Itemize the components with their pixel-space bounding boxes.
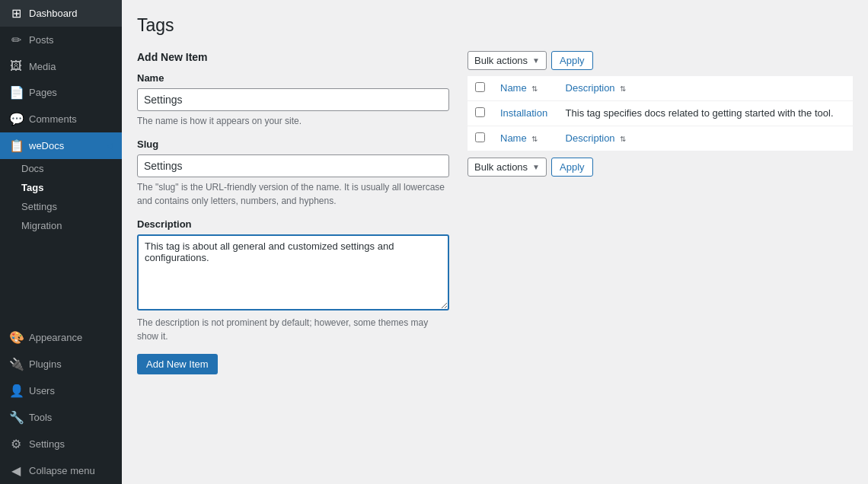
description-label: Description — [137, 218, 449, 230]
settings-icon: ⚙ — [9, 437, 23, 451]
sidebar-item-label: Settings — [29, 438, 65, 450]
name-hint: The name is how it appears on your site. — [137, 114, 449, 128]
table-bottom-actions: Bulk actions ▼ Apply — [468, 158, 853, 177]
description-column-label: Description — [566, 82, 615, 94]
comments-icon: 💬 — [9, 112, 23, 126]
slug-hint: The "slug" is the URL-friendly version o… — [137, 180, 449, 208]
sidebar-item-label: Tools — [29, 412, 52, 423]
sidebar-item-label: weDocs — [29, 140, 64, 151]
description-field-group: Description This tag is about all genera… — [137, 218, 449, 343]
footer-description-sort-icon: ⇅ — [620, 135, 626, 143]
collapse-icon: ◀ — [9, 463, 23, 478]
sidebar-item-label: Users — [29, 385, 55, 396]
sidebar-item-label: Comments — [29, 113, 77, 125]
main-content: Tags Add New Item Name The name is how i… — [122, 0, 868, 484]
footer-name-sort-icon: ⇅ — [531, 135, 538, 143]
row-name-cell: Installation — [493, 101, 558, 126]
sidebar-item-posts[interactable]: ✏ Posts — [0, 27, 122, 53]
table-footer-row: Name ⇅ Description ⇅ — [468, 126, 853, 151]
name-input[interactable] — [137, 88, 449, 111]
slug-label: Slug — [137, 139, 449, 150]
sidebar-sub-item-migration[interactable]: Migration — [0, 216, 122, 235]
select-all-header — [468, 76, 493, 101]
sidebar-item-plugins[interactable]: 🔌 Plugins — [0, 351, 122, 377]
sidebar-item-label: Media — [29, 61, 56, 72]
bulk-actions-label-top: Bulk actions — [474, 55, 528, 66]
sidebar-item-label: Posts — [29, 34, 54, 46]
apply-button-bottom[interactable]: Apply — [551, 158, 593, 177]
sidebar-item-label: Collapse menu — [29, 465, 95, 476]
name-sort-icon: ⇅ — [531, 84, 538, 93]
sidebar-item-wedocs[interactable]: 📋 weDocs ◀ — [0, 132, 122, 159]
sidebar-item-label: Appearance — [29, 332, 82, 343]
select-all-checkbox[interactable] — [475, 82, 485, 92]
add-new-item-form: Add New Item Name The name is how it app… — [137, 51, 449, 374]
footer-description-header[interactable]: Description ⇅ — [558, 126, 853, 151]
pages-icon: 📄 — [9, 85, 23, 100]
footer-check-header — [468, 126, 493, 151]
chevron-down-icon-bottom: ▼ — [532, 163, 540, 171]
chevron-down-icon-top: ▼ — [532, 56, 540, 65]
sidebar-sub-item-settings[interactable]: Settings — [0, 197, 122, 216]
sidebar-item-tools[interactable]: 🔧 Tools — [0, 404, 122, 431]
tags-table-panel: Bulk actions ▼ Apply Name ⇅ — [468, 51, 853, 177]
wedocs-arrow-icon: ◀ — [107, 142, 113, 150]
footer-name-header[interactable]: Name ⇅ — [493, 126, 558, 151]
tools-icon: 🔧 — [9, 410, 23, 425]
description-sort-icon: ⇅ — [620, 84, 626, 93]
table-header-row: Name ⇅ Description ⇅ — [468, 76, 853, 101]
bulk-actions-dropdown-top[interactable]: Bulk actions ▼ — [468, 51, 547, 70]
footer-select-all-checkbox[interactable] — [475, 132, 485, 142]
name-column-label: Name — [500, 82, 527, 94]
sidebar-item-appearance[interactable]: 🎨 Appearance — [0, 324, 122, 351]
dashboard-icon: ⊞ — [9, 6, 23, 21]
footer-name-label: Name — [500, 132, 527, 144]
sidebar-sub-item-tags[interactable]: Tags — [0, 178, 122, 197]
row-checkbox[interactable] — [475, 107, 485, 117]
sidebar: ⊞ Dashboard ✏ Posts 🖼 Media 📄 Pages 💬 Co… — [0, 0, 122, 484]
description-hint: The description is not prominent by defa… — [137, 316, 449, 343]
bulk-actions-label-bottom: Bulk actions — [474, 161, 528, 173]
bulk-actions-dropdown-bottom[interactable]: Bulk actions ▼ — [468, 158, 547, 177]
posts-icon: ✏ — [9, 33, 23, 47]
sidebar-item-label: Dashboard — [29, 8, 78, 19]
row-checkbox-cell — [468, 101, 493, 126]
table-top-actions: Bulk actions ▼ Apply — [468, 51, 853, 70]
footer-description-label: Description — [566, 132, 615, 144]
slug-input[interactable] — [137, 154, 449, 177]
sidebar-item-pages[interactable]: 📄 Pages — [0, 79, 122, 106]
form-heading: Add New Item — [137, 51, 449, 63]
tags-table: Name ⇅ Description ⇅ — [468, 76, 853, 151]
slug-field-group: Slug The "slug" is the URL-friendly vers… — [137, 139, 449, 208]
appearance-icon: 🎨 — [9, 330, 23, 345]
sidebar-item-collapse[interactable]: ◀ Collapse menu — [0, 457, 122, 484]
description-column-header[interactable]: Description ⇅ — [558, 76, 853, 101]
name-label: Name — [137, 72, 449, 84]
add-new-item-button[interactable]: Add New Item — [137, 354, 218, 374]
sidebar-item-users[interactable]: 👤 Users — [0, 377, 122, 404]
sidebar-sub-item-docs[interactable]: Docs — [0, 159, 122, 178]
sidebar-item-media[interactable]: 🖼 Media — [0, 53, 122, 79]
sidebar-item-label: Plugins — [29, 358, 62, 370]
row-name-link[interactable]: Installation — [500, 107, 547, 119]
apply-button-top[interactable]: Apply — [551, 51, 593, 70]
wedocs-icon: 📋 — [9, 139, 23, 153]
sidebar-item-label: Pages — [29, 87, 57, 98]
description-textarea[interactable]: This tag is about all general and custom… — [137, 234, 449, 310]
table-row: Installation This tag specifies docs rel… — [468, 101, 853, 126]
row-description-cell: This tag specifies docs related to getti… — [558, 101, 853, 126]
page-title: Tags — [137, 15, 853, 36]
name-column-header[interactable]: Name ⇅ — [493, 76, 558, 101]
users-icon: 👤 — [9, 384, 23, 398]
sidebar-item-settings-bottom[interactable]: ⚙ Settings — [0, 431, 122, 457]
media-icon: 🖼 — [9, 59, 23, 73]
sidebar-item-dashboard[interactable]: ⊞ Dashboard — [0, 0, 122, 27]
sidebar-item-comments[interactable]: 💬 Comments — [0, 106, 122, 132]
name-field-group: Name The name is how it appears on your … — [137, 72, 449, 128]
plugins-icon: 🔌 — [9, 357, 23, 371]
